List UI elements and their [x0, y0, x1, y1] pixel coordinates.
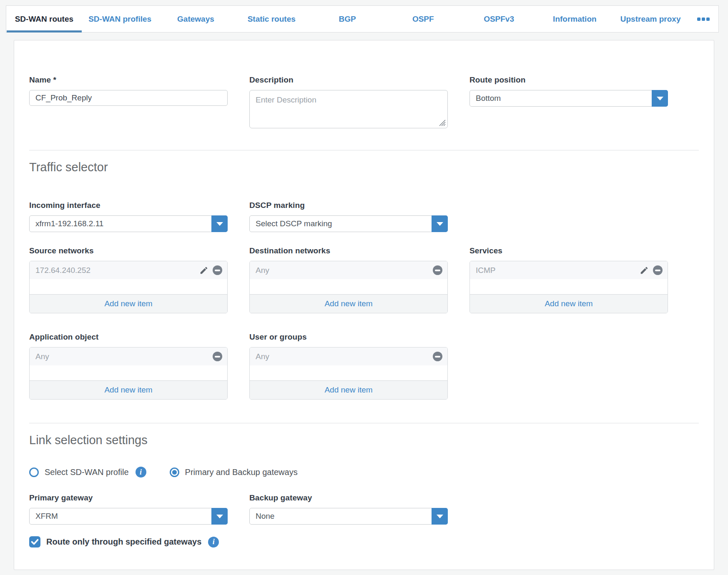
list-item-value: Any: [35, 352, 49, 361]
list-item: ICMP: [470, 261, 668, 279]
edit-icon[interactable]: [199, 265, 209, 275]
incoming-interface-label: Incoming interface: [29, 201, 228, 210]
section-divider: [29, 150, 699, 150]
route-position-select[interactable]: Bottom: [469, 90, 668, 107]
add-new-item-button[interactable]: Add new item: [470, 294, 668, 313]
remove-icon[interactable]: [213, 265, 222, 275]
source-networks-label: Source networks: [29, 246, 228, 255]
chevron-down-icon[interactable]: [211, 215, 228, 232]
tab-sd-wan-routes[interactable]: SD-WAN routes: [6, 6, 82, 32]
section-divider: [29, 423, 699, 423]
tab-label: Gateways: [177, 15, 214, 24]
list-item: Any: [250, 348, 447, 365]
tab-label: SD-WAN routes: [15, 15, 73, 24]
radio-primary-and-backup-gateways[interactable]: [170, 468, 179, 477]
checkmark-icon: [31, 539, 39, 545]
source-networks-field-group: Source networks 172.64.240.252 Add new i…: [29, 246, 228, 313]
user-or-groups-label: User or groups: [249, 332, 448, 342]
application-object-label: Application object: [29, 332, 228, 342]
application-object-field-group: Application object Any Add new item: [29, 332, 228, 400]
add-new-item-label: Add new item: [104, 299, 152, 308]
remove-icon[interactable]: [433, 265, 442, 275]
list-empty-space: [470, 279, 668, 294]
backup-gateway-label: Backup gateway: [249, 493, 448, 502]
tab-label: SD-WAN profiles: [88, 15, 151, 24]
tab-sd-wan-profiles[interactable]: SD-WAN profiles: [82, 6, 158, 32]
tab-label: OSPFv3: [484, 15, 514, 24]
tab-label: Static routes: [248, 15, 296, 24]
chevron-down-icon[interactable]: [432, 508, 448, 525]
list-item: 172.64.240.252: [30, 261, 227, 279]
list-item: Any: [250, 261, 447, 279]
name-label: Name *: [29, 75, 228, 85]
add-new-item-label: Add new item: [324, 385, 372, 395]
link-selection-title: Link selection settings: [29, 433, 699, 447]
radio-label: Select SD-WAN profile: [45, 468, 129, 477]
info-icon[interactable]: i: [136, 467, 146, 478]
add-new-item-button[interactable]: Add new item: [30, 294, 227, 313]
ellipsis-icon: [697, 18, 710, 21]
tab-upstream-proxy[interactable]: Upstream proxy: [613, 6, 688, 32]
dscp-marking-value: Select DSCP marking: [256, 219, 332, 228]
edit-icon[interactable]: [639, 265, 649, 275]
user-or-groups-field-group: User or groups Any Add new item: [249, 332, 448, 400]
route-position-field-group: Route position Bottom: [469, 75, 668, 107]
primary-gateway-select[interactable]: XFRM: [29, 508, 228, 525]
tab-label: BGP: [339, 15, 356, 24]
destination-networks-field-group: Destination networks Any Add new item: [249, 246, 448, 313]
add-new-item-button[interactable]: Add new item: [30, 380, 227, 399]
backup-gateway-select[interactable]: None: [249, 508, 448, 525]
name-input[interactable]: [29, 90, 228, 106]
dscp-marking-field-group: DSCP marking Select DSCP marking: [249, 201, 448, 232]
chevron-down-icon[interactable]: [432, 215, 448, 232]
primary-gateway-field-group: Primary gateway XFRM: [29, 493, 228, 525]
remove-icon[interactable]: [433, 352, 442, 361]
primary-gateway-value: XFRM: [35, 512, 58, 521]
chevron-down-icon[interactable]: [652, 90, 668, 107]
description-field-group: Description: [249, 75, 448, 130]
services-list: ICMP Add new item: [469, 261, 668, 313]
list-empty-space: [250, 279, 447, 294]
info-icon[interactable]: i: [208, 537, 219, 548]
remove-icon[interactable]: [653, 265, 663, 275]
traffic-selector-title: Traffic selector: [29, 160, 699, 174]
route-only-checkbox[interactable]: [29, 536, 40, 548]
list-item-value: ICMP: [476, 266, 496, 275]
remove-icon[interactable]: [213, 352, 222, 361]
list-item-value: Any: [256, 352, 269, 361]
dscp-marking-select[interactable]: Select DSCP marking: [249, 215, 448, 232]
dscp-marking-label: DSCP marking: [249, 201, 448, 210]
list-empty-space: [30, 365, 227, 380]
chevron-down-icon[interactable]: [211, 508, 228, 525]
description-textarea[interactable]: [249, 90, 448, 128]
more-tabs-button[interactable]: [688, 6, 718, 32]
backup-gateway-value: None: [256, 512, 274, 521]
list-item: Any: [30, 348, 227, 365]
radio-label: Primary and Backup gateways: [185, 468, 298, 477]
services-field-group: Services ICMP Add new item: [469, 246, 668, 313]
tab-bgp[interactable]: BGP: [309, 6, 385, 32]
add-new-item-label: Add new item: [545, 299, 592, 308]
tab-gateways[interactable]: Gateways: [158, 6, 234, 32]
radio-select-sd-wan-profile[interactable]: [29, 468, 39, 477]
user-or-groups-list: Any Add new item: [249, 347, 448, 400]
add-new-item-button[interactable]: Add new item: [250, 294, 447, 313]
destination-networks-label: Destination networks: [249, 246, 448, 255]
tab-label: Information: [553, 15, 597, 24]
services-label: Services: [469, 246, 668, 255]
tab-ospfv3[interactable]: OSPFv3: [461, 6, 537, 32]
destination-networks-list: Any Add new item: [249, 261, 448, 313]
incoming-interface-value: xfrm1-192.168.2.11: [35, 219, 103, 228]
tab-information[interactable]: Information: [537, 6, 613, 32]
backup-gateway-field-group: Backup gateway None: [249, 493, 448, 525]
tab-ospf[interactable]: OSPF: [385, 6, 461, 32]
tab-label: Upstream proxy: [620, 15, 681, 24]
route-position-label: Route position: [469, 75, 668, 85]
source-networks-list: 172.64.240.252 Add new item: [29, 261, 228, 313]
description-label: Description: [249, 75, 448, 85]
incoming-interface-select[interactable]: xfrm1-192.168.2.11: [29, 215, 228, 232]
primary-gateway-label: Primary gateway: [29, 493, 228, 502]
tab-static-routes[interactable]: Static routes: [233, 6, 309, 32]
add-new-item-button[interactable]: Add new item: [250, 380, 447, 399]
resize-grip-icon[interactable]: [439, 119, 446, 126]
